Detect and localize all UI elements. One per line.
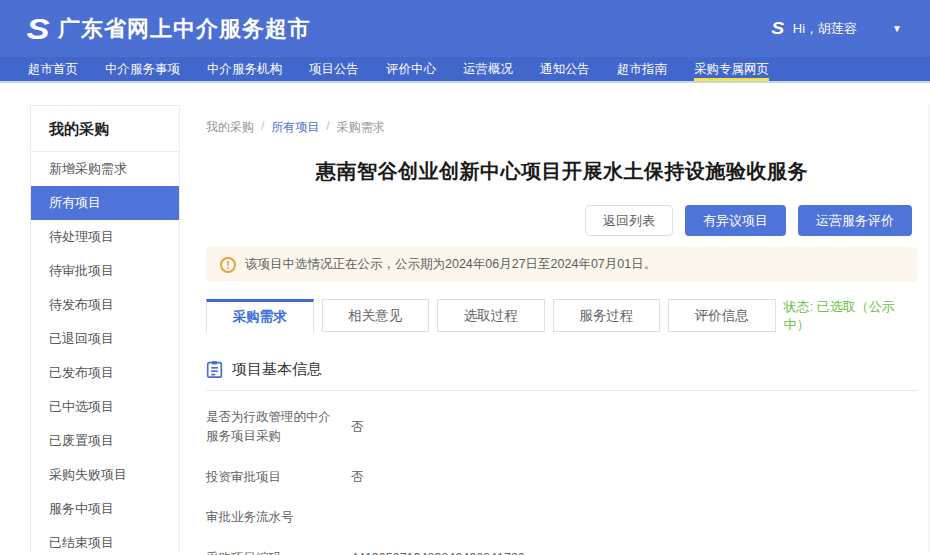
status-badge: 状态: 已选取（公示中） [784, 298, 918, 334]
site-logo-s-icon: S [26, 14, 49, 44]
disputed-project-button[interactable]: 有异议项目 [685, 205, 786, 236]
sidebar-item-all-projects[interactable]: 所有项目 [31, 186, 179, 220]
field-value: 否 [351, 419, 364, 436]
tab-selection-process[interactable]: 选取过程 [437, 299, 545, 332]
sidebar-item-finished[interactable]: 已结束项目 [31, 526, 179, 553]
field-label: 投资审批项目 [206, 468, 338, 487]
sidebar-item-discarded[interactable]: 已废置项目 [31, 424, 179, 458]
user-logo-s-icon: S [772, 20, 785, 37]
brand: S 广东省网上中介服务超市 [28, 14, 311, 44]
tab-related-opinions[interactable]: 相关意见 [322, 299, 430, 332]
breadcrumb-separator: / [326, 119, 329, 136]
field-label: 审批业务流水号 [206, 508, 338, 527]
section-title: 项目基本信息 [232, 360, 322, 379]
field-label: 是否为行政管理的中介服务项目采购 [206, 408, 338, 447]
nav-item-guide[interactable]: 超市指南 [617, 57, 667, 81]
sidebar-item-published[interactable]: 已发布项目 [31, 356, 179, 390]
main-nav: 超市首页 中介服务事项 中介服务机构 项目公告 评价中心 运营概况 通知公告 超… [0, 57, 930, 83]
nav-item-service-agencies[interactable]: 中介服务机构 [207, 57, 282, 81]
page-title: 惠南智谷创业创新中心项目开展水土保持设施验收服务 [206, 158, 918, 185]
publicity-notice-banner: ! 该项目中选情况正在公示，公示期为2024年06月27日至2024年07月01… [206, 247, 918, 282]
warning-circle-icon: ! [220, 257, 236, 273]
site-title: 广东省网上中介服务超市 [58, 14, 311, 44]
chevron-down-icon[interactable]: ▼ [892, 23, 902, 34]
nav-item-purchaser-page[interactable]: 采购专属网页 [694, 57, 769, 81]
nav-item-operation-overview[interactable]: 运营概况 [463, 57, 513, 81]
nav-item-service-matters[interactable]: 中介服务事项 [105, 57, 180, 81]
field-row-approval-serial-number: 审批业务流水号 [206, 508, 918, 527]
sidebar-item-in-service[interactable]: 服务中项目 [31, 492, 179, 526]
sidebar-header-my-procurement: 我的采购 [31, 106, 179, 152]
breadcrumb-all-projects[interactable]: 所有项目 [271, 119, 319, 136]
nav-item-home[interactable]: 超市首页 [28, 57, 78, 81]
operation-service-evaluation-button[interactable]: 运营服务评价 [798, 205, 912, 236]
field-value: 4413050719483842406241786 [351, 551, 525, 555]
user-menu[interactable]: S Hi，胡莲容 ▼ [772, 20, 902, 38]
breadcrumb-separator: / [261, 119, 264, 136]
sidebar-item-pending-publish[interactable]: 待发布项目 [31, 288, 179, 322]
sidebar-item-failed[interactable]: 采购失败项目 [31, 458, 179, 492]
detail-tabs: 采购需求 相关意见 选取过程 服务过程 评价信息 状态: 已选取（公示中） [206, 299, 918, 332]
field-value: 否 [351, 469, 364, 486]
breadcrumb-my-procurement[interactable]: 我的采购 [206, 119, 254, 136]
user-greeting: Hi，胡莲容 [793, 20, 857, 38]
app-header: S 广东省网上中介服务超市 S Hi，胡莲容 ▼ [0, 0, 930, 57]
nav-item-evaluation-center[interactable]: 评价中心 [386, 57, 436, 81]
sidebar-item-pending-projects[interactable]: 待处理项目 [31, 220, 179, 254]
project-basic-info-fields: 是否为行政管理的中介服务项目采购 否 投资审批项目 否 审批业务流水号 采购项目… [206, 408, 918, 555]
field-row-investment-approval: 投资审批项目 否 [206, 468, 918, 487]
section-project-basic-info: 项目基本信息 [206, 360, 918, 391]
sidebar-item-selected[interactable]: 已中选项目 [31, 390, 179, 424]
main-panel: 我的采购 / 所有项目 / 采购需求 惠南智谷创业创新中心项目开展水土保持设施验… [206, 105, 929, 553]
field-row-admin-intermediary: 是否为行政管理的中介服务项目采购 否 [206, 408, 918, 447]
sidebar-item-pending-approval[interactable]: 待审批项目 [31, 254, 179, 288]
sidebar-item-new-procurement[interactable]: 新增采购需求 [31, 152, 179, 186]
sidebar-item-returned[interactable]: 已退回项目 [31, 322, 179, 356]
notice-text: 该项目中选情况正在公示，公示期为2024年06月27日至2024年07月01日。 [245, 256, 656, 273]
breadcrumb: 我的采购 / 所有项目 / 采购需求 [206, 119, 918, 136]
field-label: 采购项目编码 [206, 549, 338, 555]
nav-item-project-announcements[interactable]: 项目公告 [309, 57, 359, 81]
nav-item-notices[interactable]: 通知公告 [540, 57, 590, 81]
action-buttons: 返回列表 有异议项目 运营服务评价 [206, 205, 918, 236]
sidebar: 我的采购 新增采购需求 所有项目 待处理项目 待审批项目 待发布项目 已退回项目… [30, 105, 180, 553]
tab-procurement-demand[interactable]: 采购需求 [206, 299, 314, 332]
clipboard-icon [206, 360, 223, 379]
breadcrumb-procurement-demand: 采购需求 [337, 119, 385, 136]
tab-evaluation-info[interactable]: 评价信息 [668, 299, 776, 332]
field-row-procurement-project-code: 采购项目编码 4413050719483842406241786 [206, 549, 918, 555]
tab-service-process[interactable]: 服务过程 [553, 299, 661, 332]
content-area: 我的采购 新增采购需求 所有项目 待处理项目 待审批项目 待发布项目 已退回项目… [0, 83, 930, 553]
back-to-list-button[interactable]: 返回列表 [585, 205, 673, 236]
